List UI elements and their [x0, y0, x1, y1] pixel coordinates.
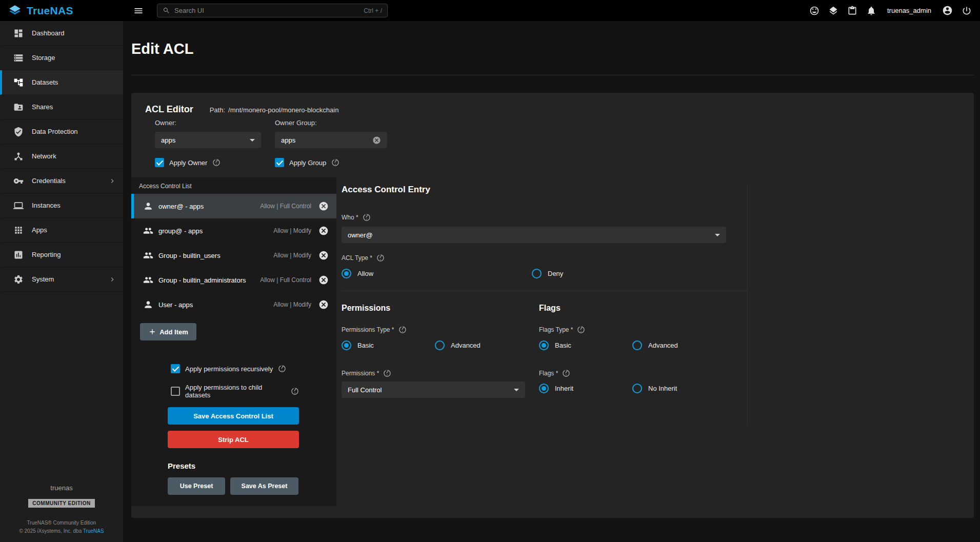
flags-type-advanced-radio[interactable]: Advanced — [632, 340, 678, 350]
sidebar-item-storage[interactable]: Storage — [0, 46, 123, 70]
help-icon[interactable] — [331, 158, 339, 167]
apply-group-checkbox[interactable] — [275, 158, 284, 167]
add-icon — [148, 328, 156, 336]
apply-owner-checkbox[interactable] — [155, 158, 164, 167]
acl-entry-row[interactable]: Group - builtin_users Allow | Modify — [131, 243, 336, 268]
flags-no-inherit-radio[interactable]: No Inherit — [632, 384, 677, 393]
acl-entry-row[interactable]: owner@ - apps Allow | Full Control — [131, 194, 336, 218]
owner-select[interactable]: apps — [155, 132, 261, 148]
apply-recursively-checkbox[interactable] — [171, 364, 180, 373]
sidebar-item-dashboard[interactable]: Dashboard — [0, 21, 123, 46]
acl-type-allow-radio[interactable]: Allow — [342, 269, 532, 278]
permissions-type-advanced-radio[interactable]: Advanced — [435, 340, 481, 350]
help-icon[interactable] — [212, 158, 221, 167]
chevron-down-icon — [715, 234, 720, 236]
hamburger-menu-icon[interactable] — [133, 6, 144, 16]
help-icon[interactable] — [291, 387, 299, 395]
acl-entry-row[interactable]: User - apps Allow | Modify — [131, 292, 336, 317]
remove-entry-icon[interactable] — [318, 226, 329, 236]
save-acl-button[interactable]: Save Access Control List — [168, 407, 299, 425]
power-icon[interactable] — [962, 6, 972, 16]
remove-entry-icon[interactable] — [318, 250, 329, 260]
help-icon[interactable] — [376, 254, 385, 262]
key-icon — [13, 176, 24, 186]
acl-entry-row[interactable]: group@ - apps Allow | Modify — [131, 218, 336, 243]
main-content: Edit ACL ACL Editor Path:/mnt/monero-poo… — [123, 21, 980, 542]
help-icon[interactable] — [562, 369, 570, 377]
footer-truenas-link[interactable]: TrueNAS — [83, 528, 104, 534]
topbar: TrueNAS Ctrl + / truenas_admin — [0, 0, 980, 21]
help-icon[interactable] — [278, 365, 286, 373]
dashboard-icon — [13, 28, 24, 38]
save-as-preset-button[interactable]: Save As Preset — [230, 477, 298, 495]
acl-list-panel: Access Control List owner@ - apps Allow … — [131, 177, 336, 506]
flags-section: Flags Flags Type * Basic — [539, 304, 747, 398]
sidebar-item-apps[interactable]: Apps — [0, 218, 123, 243]
radio-circle — [342, 269, 351, 278]
apply-child-datasets-row[interactable]: Apply permissions to child datasets — [171, 384, 299, 399]
help-icon[interactable] — [398, 326, 407, 334]
help-icon[interactable] — [383, 369, 391, 377]
who-select[interactable]: owner@ — [342, 227, 726, 243]
sidebar-item-data-protection[interactable]: Data Protection — [0, 119, 123, 144]
dataset-path: Path:/mnt/monero-pool/monero-blockchain — [210, 106, 339, 114]
apply-recursively-row[interactable]: Apply permissions recursively — [171, 364, 299, 373]
sidebar-item-shares[interactable]: Shares — [0, 95, 123, 119]
owner-label: Owner: — [155, 119, 261, 127]
remove-entry-icon[interactable] — [318, 299, 329, 310]
remove-entry-icon[interactable] — [318, 275, 329, 285]
radio-circle — [532, 269, 542, 278]
acl-type-deny-radio[interactable]: Deny — [532, 269, 563, 278]
sidebar-item-network[interactable]: Network — [0, 144, 123, 169]
permissions-select[interactable]: Full Control — [342, 382, 525, 398]
chevron-right-icon — [109, 177, 116, 185]
flags-type-label: Flags Type * — [539, 326, 573, 333]
sidebar-item-reporting[interactable]: Reporting — [0, 243, 123, 267]
topbar-right: truenas_admin — [809, 5, 972, 16]
permissions-type-basic-radio[interactable]: Basic — [342, 340, 435, 350]
alerts-bell-icon[interactable] — [866, 6, 876, 16]
group-icon — [143, 226, 153, 236]
help-icon[interactable] — [363, 213, 371, 222]
sidebar-item-datasets[interactable]: Datasets — [0, 70, 123, 95]
flags-inherit-radio[interactable]: Inherit — [539, 384, 632, 393]
ace-form: Access Control Entry Who * owner@ — [342, 185, 748, 426]
strip-acl-button[interactable]: Strip ACL — [168, 431, 299, 448]
brand-text: TrueNAS — [27, 5, 73, 17]
apply-group-label: Apply Group — [289, 159, 326, 167]
owner-group-input[interactable]: apps — [275, 132, 387, 148]
sidebar-item-credentials[interactable]: Credentials — [0, 169, 123, 193]
use-preset-button[interactable]: Use Preset — [168, 477, 225, 495]
apply-child-datasets-checkbox[interactable] — [171, 387, 180, 396]
shield-icon — [13, 127, 24, 137]
computer-icon — [13, 200, 24, 211]
chevron-down-icon — [250, 139, 255, 142]
permissions-type-label: Permissions Type * — [342, 326, 394, 333]
jobs-clipboard-icon[interactable] — [847, 6, 857, 16]
search-shortcut-hint: Ctrl + / — [364, 7, 382, 14]
account-circle-icon[interactable] — [942, 5, 953, 16]
remove-entry-icon[interactable] — [318, 201, 329, 211]
acl-panel-actions: Apply permissions recursively Apply perm… — [168, 364, 299, 495]
acl-entry-row[interactable]: Group - builtin_administrators Allow | F… — [131, 268, 336, 292]
bar-chart-icon — [13, 250, 24, 260]
truenas-logo[interactable]: TrueNAS — [0, 4, 123, 17]
gear-icon — [13, 274, 24, 285]
radio-circle — [632, 340, 642, 350]
clear-icon[interactable] — [372, 136, 381, 145]
feedback-smiley-icon[interactable] — [809, 6, 819, 16]
search-input[interactable] — [174, 7, 359, 14]
sidebar-item-system[interactable]: System — [0, 267, 123, 292]
user-icon — [143, 201, 153, 211]
edition-badge: COMMUNITY EDITION — [28, 499, 94, 508]
sidebar-item-instances[interactable]: Instances — [0, 193, 123, 218]
add-item-button[interactable]: Add Item — [140, 323, 196, 340]
sidebar: Dashboard Storage Datasets Shares Data P… — [0, 21, 123, 542]
footer-product: TrueNAS® Community Edition — [0, 520, 123, 526]
page-title: Edit ACL — [123, 21, 980, 57]
search-box[interactable]: Ctrl + / — [157, 4, 388, 17]
help-icon[interactable] — [577, 326, 585, 334]
title-divider — [131, 75, 974, 75]
layers-icon[interactable] — [828, 6, 838, 16]
flags-type-basic-radio[interactable]: Basic — [539, 340, 632, 350]
